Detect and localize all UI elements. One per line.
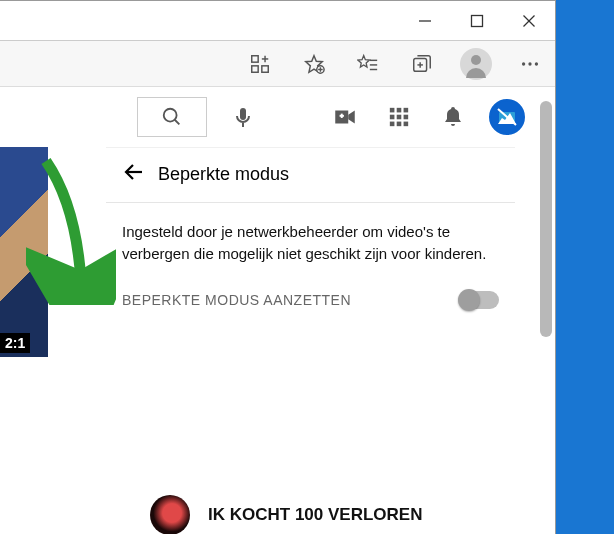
svg-rect-27 xyxy=(341,114,343,118)
toggle-knob xyxy=(458,289,480,311)
svg-rect-30 xyxy=(404,108,409,113)
browser-window: 2:1 Beperkte modus Ingesteld door je net… xyxy=(0,0,556,534)
svg-rect-36 xyxy=(404,122,409,127)
search-button[interactable] xyxy=(137,97,207,137)
svg-rect-4 xyxy=(252,55,258,61)
collections-icon[interactable] xyxy=(403,45,441,83)
add-favorite-icon[interactable] xyxy=(295,45,333,83)
feed-title: IK KOCHT 100 VERLOREN xyxy=(208,505,422,525)
svg-point-21 xyxy=(535,62,538,65)
svg-rect-28 xyxy=(390,108,395,113)
back-icon[interactable] xyxy=(122,160,146,188)
panel-title: Beperkte modus xyxy=(158,164,289,185)
minimize-button[interactable] xyxy=(399,1,451,41)
svg-rect-24 xyxy=(240,108,246,120)
restricted-mode-panel: Beperkte modus Ingesteld door je netwerk… xyxy=(106,147,515,315)
browser-toolbar xyxy=(0,41,555,87)
svg-line-23 xyxy=(175,120,180,125)
svg-rect-34 xyxy=(390,122,395,127)
svg-rect-32 xyxy=(397,115,402,120)
svg-rect-29 xyxy=(397,108,402,113)
page-content: 2:1 Beperkte modus Ingesteld door je net… xyxy=(0,87,555,534)
more-menu-icon[interactable] xyxy=(511,45,549,83)
svg-rect-35 xyxy=(397,122,402,127)
svg-point-18 xyxy=(471,55,481,65)
voice-search-icon[interactable] xyxy=(225,99,261,135)
apps-grid-icon[interactable] xyxy=(381,99,417,135)
svg-rect-5 xyxy=(252,65,258,71)
window-titlebar xyxy=(0,1,555,41)
video-duration: 2:1 xyxy=(0,333,30,353)
profile-button[interactable] xyxy=(457,45,495,83)
feed-item[interactable]: IK KOCHT 100 VERLOREN xyxy=(150,495,422,534)
svg-point-19 xyxy=(522,62,525,65)
close-button[interactable] xyxy=(503,1,555,41)
svg-rect-1 xyxy=(472,15,483,26)
toggle-label: BEPERKTE MODUS AANZETTEN xyxy=(122,292,351,308)
scrollbar[interactable] xyxy=(540,101,552,337)
youtube-header xyxy=(0,87,555,147)
channel-avatar xyxy=(150,495,190,534)
panel-description: Ingesteld door je netwerkbeheerder om vi… xyxy=(122,221,499,265)
video-thumbnail[interactable]: 2:1 xyxy=(0,147,48,357)
svg-rect-6 xyxy=(262,65,268,71)
svg-point-20 xyxy=(528,62,531,65)
extensions-icon[interactable] xyxy=(241,45,279,83)
create-video-icon[interactable] xyxy=(327,99,363,135)
notifications-bell-icon[interactable] xyxy=(435,99,471,135)
panel-header: Beperkte modus xyxy=(106,148,515,203)
svg-point-22 xyxy=(164,109,177,122)
maximize-button[interactable] xyxy=(451,1,503,41)
favorites-list-icon[interactable] xyxy=(349,45,387,83)
profile-avatar-icon xyxy=(460,48,492,80)
svg-rect-33 xyxy=(404,115,409,120)
user-avatar[interactable] xyxy=(489,99,525,135)
restricted-mode-toggle[interactable] xyxy=(459,291,499,309)
svg-rect-31 xyxy=(390,115,395,120)
